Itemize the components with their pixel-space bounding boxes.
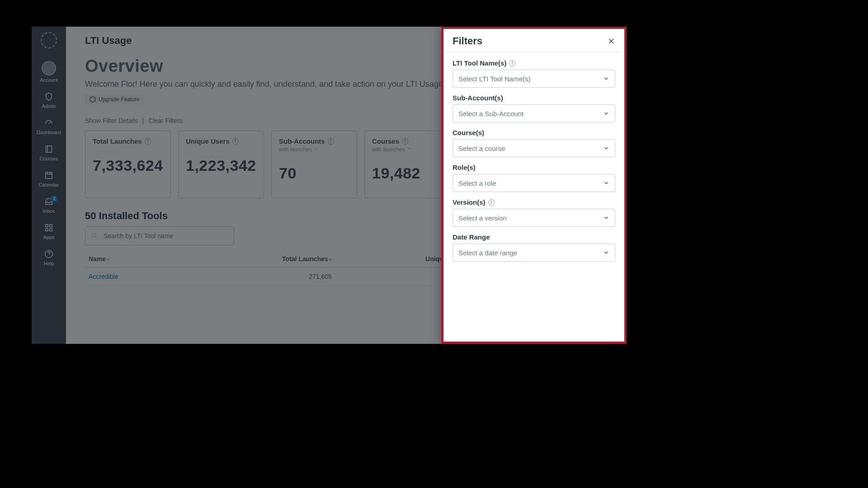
subaccount-select[interactable]: Select a Sub-Account bbox=[453, 104, 615, 122]
select-placeholder: Select a course bbox=[458, 145, 505, 152]
filter-field-subaccount: Sub-Account(s) Select a Sub-Account bbox=[453, 94, 615, 122]
close-button[interactable] bbox=[606, 36, 616, 46]
divider bbox=[443, 52, 624, 52]
role-select[interactable]: Select a role bbox=[453, 174, 615, 192]
select-placeholder: Select LTI Tool Name(s) bbox=[458, 75, 531, 83]
chevron-down-icon bbox=[603, 249, 609, 256]
chevron-down-icon bbox=[603, 215, 609, 221]
course-select[interactable]: Select a course bbox=[453, 139, 615, 157]
chevron-down-icon bbox=[603, 145, 609, 151]
lti-tool-select[interactable]: Select LTI Tool Name(s) bbox=[453, 70, 615, 88]
filter-field-role: Role(s) Select a role bbox=[453, 164, 615, 192]
filter-field-lti-tool: LTI Tool Name(s) i Select LTI Tool Name(… bbox=[453, 59, 615, 88]
chevron-down-icon bbox=[603, 110, 609, 117]
version-select[interactable]: Select a version bbox=[453, 209, 615, 227]
field-label: LTI Tool Name(s) bbox=[453, 59, 506, 67]
chevron-down-icon bbox=[603, 75, 609, 82]
drawer-title: Filters bbox=[453, 35, 482, 47]
select-placeholder: Select a date range bbox=[458, 249, 517, 257]
chevron-down-icon bbox=[603, 180, 609, 186]
field-label: Role(s) bbox=[453, 164, 476, 171]
field-label: Version(s) bbox=[453, 198, 486, 206]
field-label: Date Range bbox=[453, 233, 490, 241]
filter-field-version: Version(s) i Select a version bbox=[453, 198, 615, 227]
daterange-select[interactable]: Select a date range bbox=[453, 244, 615, 262]
filter-field-course: Course(s) Select a course bbox=[453, 129, 615, 157]
close-icon bbox=[608, 38, 615, 45]
select-placeholder: Select a Sub-Account bbox=[458, 110, 524, 117]
field-label: Course(s) bbox=[453, 129, 484, 136]
select-placeholder: Select a role bbox=[458, 179, 496, 187]
app-viewport: Account Admin Dashboard Courses Calendar… bbox=[32, 27, 627, 344]
select-placeholder: Select a version bbox=[458, 214, 507, 222]
filters-drawer: Filters LTI Tool Name(s) i Select LTI To… bbox=[441, 27, 627, 344]
info-icon[interactable]: i bbox=[488, 199, 495, 206]
field-label: Sub-Account(s) bbox=[453, 94, 503, 102]
filter-field-daterange: Date Range Select a date range bbox=[453, 233, 615, 262]
info-icon[interactable]: i bbox=[509, 60, 515, 66]
